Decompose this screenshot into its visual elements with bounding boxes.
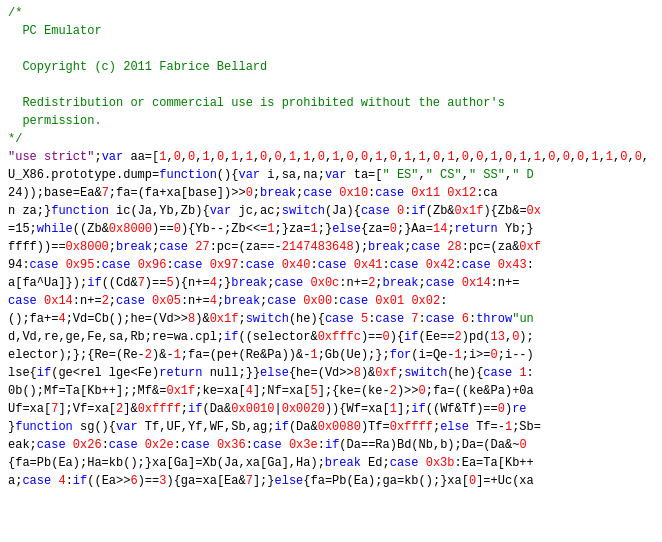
code-editor: /* PC Emulator Copyright (c) 2011 Fabric… xyxy=(0,0,662,542)
line-27: a;case 4:if((Ea>>6)==3){ga=xa[Ea&7];}els… xyxy=(8,472,654,490)
line-12: n za;}function ic(Ja,Yb,Zb){var jc,ac;sw… xyxy=(8,202,654,220)
line-13: =15;while((Zb&0x8000)==0){Yb--;Zb<<=1;}z… xyxy=(8,220,654,490)
line-3 xyxy=(8,40,654,58)
line-6: Redistribution or commercial use is proh… xyxy=(8,94,654,112)
line-20: elector);};{Re=(Re-2)&-1;fa=(pe+(Re&Pa))… xyxy=(8,346,654,364)
line-25: eak;case 0x26:case 0x2e:case 0x36:case 0… xyxy=(8,436,654,454)
line-22: 0b();Mf=Ta[Kb++];;Mf&=0x1f;ke=xa[4];Nf=x… xyxy=(8,382,654,400)
line-4: Copyright (c) 2011 Fabrice Bellard xyxy=(8,58,654,76)
line-19: d,Vd,re,ge,Fe,sa,Rb;re=wa.cpl;if((select… xyxy=(8,328,654,346)
line-2: PC Emulator xyxy=(8,22,654,40)
line-17: case 0x14:n+=2;case 0x05:n+=4;break;case… xyxy=(8,292,654,310)
line-26: {fa=Pb(Ea);Ha=kb();}xa[Ga]=Xb(Ja,xa[Ga],… xyxy=(8,454,654,472)
line-21: lse{if(ge<rel lge<Fe)return null;}}else{… xyxy=(8,364,654,382)
line-18: ();fa+=4;Vd=Cb();he=(Vd>>8)&0x1f;switch(… xyxy=(8,310,654,328)
line-10: U_X86.prototype.dump=function(){var i,sa… xyxy=(8,166,654,184)
line-8: */ xyxy=(8,130,654,148)
line-7: permission. xyxy=(8,112,654,130)
line-15: 94:case 0x95:case 0x96:case 0x97:case 0x… xyxy=(8,256,654,274)
line-1: /* xyxy=(8,4,654,22)
line-24: }function sg(){var Tf,UF,Yf,WF,Sb,ag;if(… xyxy=(8,418,654,436)
line-9: "use strict";var aa=[1,0,0,1,0,1,1,0,0,1… xyxy=(8,148,654,166)
line-16: a[fa^Ua]});if((Cd&7)==5){n+=4;}break;cas… xyxy=(8,274,654,292)
line-11: 24));base=Ea&7;fa=(fa+xa[base])>>0;break… xyxy=(8,184,654,202)
line-5 xyxy=(8,76,654,94)
line-23: Uf=xa[7];Vf=xa[2]&0xffff;if(Da&0x0010|0x… xyxy=(8,400,654,418)
line-14: ffff))==0x8000;break;case 27:pc=(za==-21… xyxy=(8,238,654,256)
